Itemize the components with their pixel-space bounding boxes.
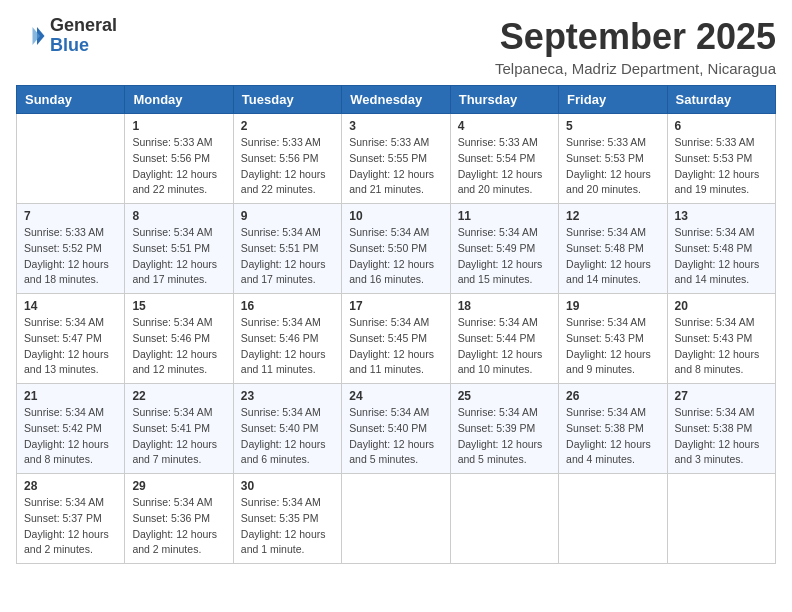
day-info: Sunrise: 5:34 AM Sunset: 5:40 PM Dayligh… xyxy=(241,405,334,468)
day-of-week-header: Monday xyxy=(125,86,233,114)
day-number: 9 xyxy=(241,209,334,223)
logo: General Blue xyxy=(16,16,117,56)
day-info: Sunrise: 5:34 AM Sunset: 5:49 PM Dayligh… xyxy=(458,225,551,288)
calendar-cell: 29Sunrise: 5:34 AM Sunset: 5:36 PM Dayli… xyxy=(125,474,233,564)
calendar-cell: 17Sunrise: 5:34 AM Sunset: 5:45 PM Dayli… xyxy=(342,294,450,384)
day-info: Sunrise: 5:34 AM Sunset: 5:50 PM Dayligh… xyxy=(349,225,442,288)
day-number: 23 xyxy=(241,389,334,403)
day-info: Sunrise: 5:34 AM Sunset: 5:38 PM Dayligh… xyxy=(675,405,768,468)
day-info: Sunrise: 5:33 AM Sunset: 5:54 PM Dayligh… xyxy=(458,135,551,198)
calendar-cell: 3Sunrise: 5:33 AM Sunset: 5:55 PM Daylig… xyxy=(342,114,450,204)
day-of-week-header: Wednesday xyxy=(342,86,450,114)
day-info: Sunrise: 5:34 AM Sunset: 5:40 PM Dayligh… xyxy=(349,405,442,468)
day-number: 12 xyxy=(566,209,659,223)
day-number: 27 xyxy=(675,389,768,403)
day-of-week-header: Thursday xyxy=(450,86,558,114)
calendar-cell: 24Sunrise: 5:34 AM Sunset: 5:40 PM Dayli… xyxy=(342,384,450,474)
calendar-cell: 5Sunrise: 5:33 AM Sunset: 5:53 PM Daylig… xyxy=(559,114,667,204)
day-info: Sunrise: 5:34 AM Sunset: 5:47 PM Dayligh… xyxy=(24,315,117,378)
day-info: Sunrise: 5:34 AM Sunset: 5:43 PM Dayligh… xyxy=(566,315,659,378)
day-info: Sunrise: 5:33 AM Sunset: 5:52 PM Dayligh… xyxy=(24,225,117,288)
day-info: Sunrise: 5:33 AM Sunset: 5:56 PM Dayligh… xyxy=(132,135,225,198)
day-number: 5 xyxy=(566,119,659,133)
calendar-cell: 23Sunrise: 5:34 AM Sunset: 5:40 PM Dayli… xyxy=(233,384,341,474)
day-info: Sunrise: 5:34 AM Sunset: 5:36 PM Dayligh… xyxy=(132,495,225,558)
calendar-cell: 19Sunrise: 5:34 AM Sunset: 5:43 PM Dayli… xyxy=(559,294,667,384)
day-of-week-header: Friday xyxy=(559,86,667,114)
day-info: Sunrise: 5:34 AM Sunset: 5:37 PM Dayligh… xyxy=(24,495,117,558)
day-info: Sunrise: 5:34 AM Sunset: 5:48 PM Dayligh… xyxy=(675,225,768,288)
calendar-cell: 11Sunrise: 5:34 AM Sunset: 5:49 PM Dayli… xyxy=(450,204,558,294)
day-info: Sunrise: 5:33 AM Sunset: 5:55 PM Dayligh… xyxy=(349,135,442,198)
calendar-cell: 10Sunrise: 5:34 AM Sunset: 5:50 PM Dayli… xyxy=(342,204,450,294)
day-number: 28 xyxy=(24,479,117,493)
day-info: Sunrise: 5:34 AM Sunset: 5:44 PM Dayligh… xyxy=(458,315,551,378)
day-info: Sunrise: 5:34 AM Sunset: 5:46 PM Dayligh… xyxy=(132,315,225,378)
day-info: Sunrise: 5:34 AM Sunset: 5:38 PM Dayligh… xyxy=(566,405,659,468)
day-info: Sunrise: 5:34 AM Sunset: 5:39 PM Dayligh… xyxy=(458,405,551,468)
day-info: Sunrise: 5:34 AM Sunset: 5:51 PM Dayligh… xyxy=(241,225,334,288)
calendar-cell: 22Sunrise: 5:34 AM Sunset: 5:41 PM Dayli… xyxy=(125,384,233,474)
day-info: Sunrise: 5:34 AM Sunset: 5:42 PM Dayligh… xyxy=(24,405,117,468)
calendar-cell xyxy=(667,474,775,564)
day-info: Sunrise: 5:34 AM Sunset: 5:48 PM Dayligh… xyxy=(566,225,659,288)
day-number: 8 xyxy=(132,209,225,223)
day-number: 18 xyxy=(458,299,551,313)
day-number: 3 xyxy=(349,119,442,133)
day-info: Sunrise: 5:34 AM Sunset: 5:41 PM Dayligh… xyxy=(132,405,225,468)
calendar-cell xyxy=(450,474,558,564)
calendar-cell: 6Sunrise: 5:33 AM Sunset: 5:53 PM Daylig… xyxy=(667,114,775,204)
day-number: 15 xyxy=(132,299,225,313)
calendar-cell: 15Sunrise: 5:34 AM Sunset: 5:46 PM Dayli… xyxy=(125,294,233,384)
day-number: 20 xyxy=(675,299,768,313)
day-info: Sunrise: 5:33 AM Sunset: 5:56 PM Dayligh… xyxy=(241,135,334,198)
logo-general: General xyxy=(50,16,117,36)
header: General Blue September 2025 Telpaneca, M… xyxy=(16,16,776,77)
calendar-cell: 16Sunrise: 5:34 AM Sunset: 5:46 PM Dayli… xyxy=(233,294,341,384)
day-number: 30 xyxy=(241,479,334,493)
calendar-cell: 2Sunrise: 5:33 AM Sunset: 5:56 PM Daylig… xyxy=(233,114,341,204)
calendar-week-row: 28Sunrise: 5:34 AM Sunset: 5:37 PM Dayli… xyxy=(17,474,776,564)
day-of-week-header: Sunday xyxy=(17,86,125,114)
calendar-week-row: 7Sunrise: 5:33 AM Sunset: 5:52 PM Daylig… xyxy=(17,204,776,294)
calendar-cell: 8Sunrise: 5:34 AM Sunset: 5:51 PM Daylig… xyxy=(125,204,233,294)
day-number: 7 xyxy=(24,209,117,223)
title-area: September 2025 Telpaneca, Madriz Departm… xyxy=(495,16,776,77)
logo-text: General Blue xyxy=(50,16,117,56)
calendar: SundayMondayTuesdayWednesdayThursdayFrid… xyxy=(16,85,776,564)
calendar-cell: 26Sunrise: 5:34 AM Sunset: 5:38 PM Dayli… xyxy=(559,384,667,474)
calendar-cell: 30Sunrise: 5:34 AM Sunset: 5:35 PM Dayli… xyxy=(233,474,341,564)
logo-blue: Blue xyxy=(50,36,117,56)
calendar-cell: 7Sunrise: 5:33 AM Sunset: 5:52 PM Daylig… xyxy=(17,204,125,294)
day-info: Sunrise: 5:34 AM Sunset: 5:45 PM Dayligh… xyxy=(349,315,442,378)
day-number: 29 xyxy=(132,479,225,493)
day-number: 22 xyxy=(132,389,225,403)
day-info: Sunrise: 5:34 AM Sunset: 5:46 PM Dayligh… xyxy=(241,315,334,378)
day-number: 6 xyxy=(675,119,768,133)
calendar-cell: 13Sunrise: 5:34 AM Sunset: 5:48 PM Dayli… xyxy=(667,204,775,294)
calendar-header-row: SundayMondayTuesdayWednesdayThursdayFrid… xyxy=(17,86,776,114)
month-title: September 2025 xyxy=(495,16,776,58)
day-number: 16 xyxy=(241,299,334,313)
day-number: 14 xyxy=(24,299,117,313)
calendar-body: 1Sunrise: 5:33 AM Sunset: 5:56 PM Daylig… xyxy=(17,114,776,564)
day-number: 24 xyxy=(349,389,442,403)
day-info: Sunrise: 5:33 AM Sunset: 5:53 PM Dayligh… xyxy=(566,135,659,198)
calendar-cell: 21Sunrise: 5:34 AM Sunset: 5:42 PM Dayli… xyxy=(17,384,125,474)
location-title: Telpaneca, Madriz Department, Nicaragua xyxy=(495,60,776,77)
calendar-cell: 1Sunrise: 5:33 AM Sunset: 5:56 PM Daylig… xyxy=(125,114,233,204)
day-number: 25 xyxy=(458,389,551,403)
calendar-cell: 9Sunrise: 5:34 AM Sunset: 5:51 PM Daylig… xyxy=(233,204,341,294)
day-number: 4 xyxy=(458,119,551,133)
calendar-cell: 14Sunrise: 5:34 AM Sunset: 5:47 PM Dayli… xyxy=(17,294,125,384)
calendar-week-row: 21Sunrise: 5:34 AM Sunset: 5:42 PM Dayli… xyxy=(17,384,776,474)
calendar-cell xyxy=(342,474,450,564)
day-number: 1 xyxy=(132,119,225,133)
day-number: 17 xyxy=(349,299,442,313)
calendar-cell xyxy=(559,474,667,564)
calendar-cell xyxy=(17,114,125,204)
calendar-cell: 18Sunrise: 5:34 AM Sunset: 5:44 PM Dayli… xyxy=(450,294,558,384)
day-info: Sunrise: 5:34 AM Sunset: 5:35 PM Dayligh… xyxy=(241,495,334,558)
calendar-week-row: 14Sunrise: 5:34 AM Sunset: 5:47 PM Dayli… xyxy=(17,294,776,384)
calendar-cell: 4Sunrise: 5:33 AM Sunset: 5:54 PM Daylig… xyxy=(450,114,558,204)
